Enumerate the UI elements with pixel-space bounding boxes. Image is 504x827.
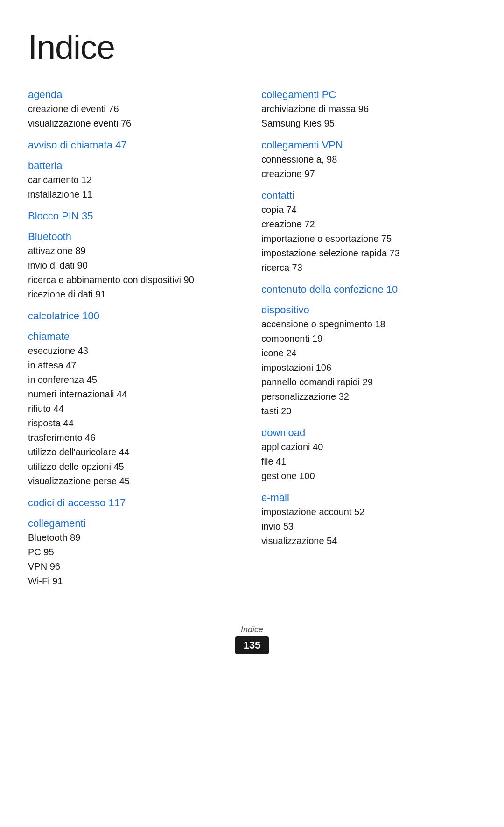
sub-items-list: archiviazione di massa 96Samsung Kies 95 — [261, 102, 476, 131]
sub-items-list: copia 74creazione 72importazione o espor… — [261, 203, 476, 275]
entry-heading: contenuto della confezione 10 — [261, 283, 476, 296]
footer-page: 135 — [235, 636, 269, 654]
index-entry: avviso di chiamata 47 — [28, 139, 243, 151]
sub-item: gestione 100 — [261, 469, 476, 483]
index-entry: batteriacaricamento 12installazione 11 — [28, 160, 243, 202]
entry-heading: dispositivo — [261, 304, 476, 316]
footer-label: Indice — [28, 625, 476, 635]
sub-items-list: impostazione account 52invio 53visualizz… — [261, 505, 476, 548]
sub-items-list: applicazioni 40file 41gestione 100 — [261, 440, 476, 483]
sub-item: rifiuto 44 — [28, 402, 243, 416]
entry-heading: codici di accesso 117 — [28, 497, 243, 509]
page-title: Indice — [28, 28, 476, 66]
sub-item: archiviazione di massa 96 — [261, 102, 476, 116]
sub-item: trasferimento 46 — [28, 431, 243, 445]
sub-item: accensione o spegnimento 18 — [261, 317, 476, 332]
entry-heading: batteria — [28, 160, 243, 172]
sub-items-list: accensione o spegnimento 18componenti 19… — [261, 317, 476, 418]
sub-item: VPN 96 — [28, 559, 243, 574]
index-entry: calcolatrice 100 — [28, 310, 243, 322]
entry-heading: e-mail — [261, 492, 476, 504]
entry-heading: avviso di chiamata 47 — [28, 139, 243, 151]
sub-item: personalizzazione 32 — [261, 389, 476, 404]
index-entry: Bluetoothattivazione 89invio di dati 90r… — [28, 231, 243, 302]
sub-item: copia 74 — [261, 203, 476, 217]
index-entry: chiamateesecuzione 43in attesa 47in conf… — [28, 331, 243, 488]
sub-item: creazione 97 — [261, 167, 476, 181]
sub-item: Bluetooth 89 — [28, 530, 243, 545]
index-entry: e-mailimpostazione account 52invio 53vis… — [261, 492, 476, 548]
sub-item: ricerca e abbinamento con dispositivi 90 — [28, 273, 243, 287]
index-entry: collegamenti PCarchiviazione di massa 96… — [261, 89, 476, 131]
sub-item: invio di dati 90 — [28, 258, 243, 273]
entry-heading: calcolatrice 100 — [28, 310, 243, 322]
index-entry: dispositivoaccensione o spegnimento 18co… — [261, 304, 476, 418]
sub-item: in conferenza 45 — [28, 373, 243, 387]
footer: Indice 135 — [28, 625, 476, 654]
index-entry: contatticopia 74creazione 72importazione… — [261, 190, 476, 275]
sub-item: connessione a, 98 — [261, 152, 476, 167]
sub-item: caricamento 12 — [28, 173, 243, 187]
sub-item: creazione di eventi 76 — [28, 102, 243, 116]
sub-item: Samsung Kies 95 — [261, 116, 476, 131]
sub-item: Wi-Fi 91 — [28, 574, 243, 588]
entry-heading: collegamenti PC — [261, 89, 476, 101]
sub-item: pannello comandi rapidi 29 — [261, 375, 476, 389]
sub-items-list: esecuzione 43in attesa 47in conferenza 4… — [28, 344, 243, 488]
index-entry: contenuto della confezione 10 — [261, 283, 476, 296]
sub-item: creazione 72 — [261, 217, 476, 232]
sub-item: visualizzazione perse 45 — [28, 474, 243, 488]
sub-item: visualizzazione 54 — [261, 534, 476, 548]
sub-item: impostazione account 52 — [261, 505, 476, 519]
index-entry: Blocco PIN 35 — [28, 210, 243, 222]
entry-heading: collegamenti VPN — [261, 139, 476, 151]
sub-item: componenti 19 — [261, 332, 476, 346]
entry-heading: Blocco PIN 35 — [28, 210, 243, 222]
sub-item: impostazioni 106 — [261, 360, 476, 375]
sub-item: risposta 44 — [28, 416, 243, 431]
sub-item: in attesa 47 — [28, 358, 243, 373]
entry-heading: Bluetooth — [28, 231, 243, 243]
index-entry: collegamenti VPNconnessione a, 98creazio… — [261, 139, 476, 181]
sub-items-list: attivazione 89invio di dati 90ricerca e … — [28, 244, 243, 302]
column-0: agendacreazione di eventi 76visualizzazi… — [28, 89, 243, 597]
entry-heading: chiamate — [28, 331, 243, 343]
index-entry: collegamentiBluetooth 89PC 95VPN 96Wi-Fi… — [28, 517, 243, 588]
index-entry: agendacreazione di eventi 76visualizzazi… — [28, 89, 243, 131]
index-entry: codici di accesso 117 — [28, 497, 243, 509]
sub-item: utilizzo dell'auricolare 44 — [28, 445, 243, 459]
entry-heading: agenda — [28, 89, 243, 101]
entry-heading: contatti — [261, 190, 476, 202]
sub-item: ricerca 73 — [261, 261, 476, 275]
sub-items-list: connessione a, 98creazione 97 — [261, 152, 476, 181]
sub-item: applicazioni 40 — [261, 440, 476, 454]
entry-heading: collegamenti — [28, 517, 243, 530]
sub-item: tasti 20 — [261, 404, 476, 418]
sub-item: importazione o esportazione 75 — [261, 232, 476, 246]
sub-items-list: creazione di eventi 76visualizzazione ev… — [28, 102, 243, 131]
sub-item: numeri internazionali 44 — [28, 387, 243, 402]
sub-item: utilizzo delle opzioni 45 — [28, 459, 243, 474]
sub-item: ricezione di dati 91 — [28, 287, 243, 302]
sub-item: PC 95 — [28, 545, 243, 559]
sub-item: file 41 — [261, 454, 476, 469]
sub-item: installazione 11 — [28, 187, 243, 202]
sub-item: esecuzione 43 — [28, 344, 243, 358]
sub-item: attivazione 89 — [28, 244, 243, 258]
index-entry: downloadapplicazioni 40file 41gestione 1… — [261, 427, 476, 483]
entry-heading: download — [261, 427, 476, 439]
sub-items-list: caricamento 12installazione 11 — [28, 173, 243, 202]
index-columns: agendacreazione di eventi 76visualizzazi… — [28, 89, 476, 597]
sub-item: invio 53 — [261, 519, 476, 534]
sub-item: icone 24 — [261, 346, 476, 360]
sub-items-list: Bluetooth 89PC 95VPN 96Wi-Fi 91 — [28, 530, 243, 588]
sub-item: visualizzazione eventi 76 — [28, 116, 243, 131]
column-1: collegamenti PCarchiviazione di massa 96… — [261, 89, 476, 557]
sub-item: impostazione selezione rapida 73 — [261, 246, 476, 261]
